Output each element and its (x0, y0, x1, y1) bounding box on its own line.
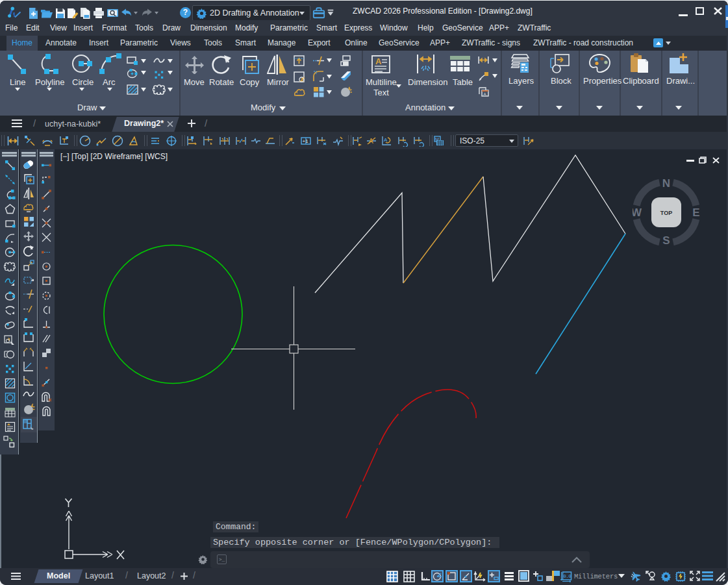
svg-text:S: S (662, 234, 670, 246)
svg-text:E: E (692, 206, 699, 219)
svg-text:W: W (633, 206, 642, 219)
svg-text:+1: +1 (303, 138, 309, 144)
svg-text:A: A (484, 92, 486, 96)
svg-text:N: N (662, 179, 670, 190)
svg-text:0.0: 0.0 (563, 574, 571, 579)
svg-text:A: A (384, 137, 388, 143)
svg-text:A: A (375, 56, 382, 66)
svg-text:TOP: TOP (660, 210, 672, 216)
